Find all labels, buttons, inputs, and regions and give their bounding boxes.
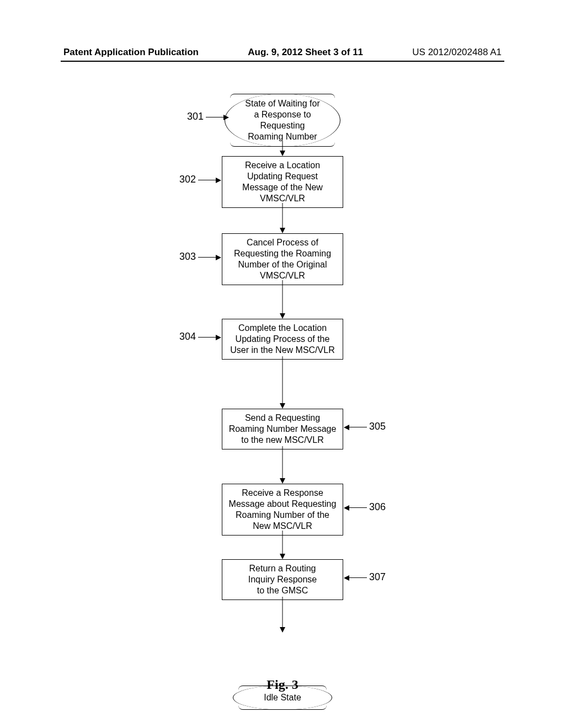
arrow-head-icon [280, 151, 285, 156]
flow-arrow [282, 597, 283, 627]
node-text: Cancel Process of Requesting the Roaming… [234, 238, 331, 280]
step-cancel-roaming-process: Cancel Process of Requesting the Roaming… [222, 233, 343, 285]
node-text: Receive a Response Message about Request… [229, 488, 337, 531]
step-receive-location-update: Receive a Location Updating Request Mess… [222, 156, 343, 208]
arrow-head-icon [280, 627, 285, 633]
node-text: State of Waiting for a Response to Reque… [245, 99, 319, 141]
arrow-head-icon [280, 228, 285, 233]
flow-arrow [282, 356, 283, 403]
ref-304: 304 [179, 330, 222, 343]
flow-arrow [282, 280, 283, 313]
header-pub-number: US 2012/0202488 A1 [412, 47, 502, 58]
page-header: Patent Application Publication Aug. 9, 2… [0, 47, 565, 58]
arrow-left-icon [345, 427, 367, 428]
flow-arrow [282, 446, 283, 478]
ref-303: 303 [179, 250, 222, 263]
arrow-head-icon [280, 313, 285, 319]
ref-302: 302 [179, 173, 222, 186]
arrow-right-icon [198, 180, 220, 181]
arrow-head-icon [280, 403, 285, 409]
step-complete-location-update: Complete the Location Updating Process o… [222, 319, 343, 360]
arrow-right-icon [206, 117, 228, 118]
node-text: Receive a Location Updating Request Mess… [242, 160, 323, 203]
node-text: Return a Routing Inquiry Response to the… [248, 564, 317, 595]
node-text: Idle State [264, 693, 301, 702]
arrow-right-icon [198, 337, 220, 338]
arrow-right-icon [198, 257, 220, 258]
figure-label: Fig. 3 [266, 677, 298, 692]
arrow-left-icon [345, 507, 367, 508]
ref-301: 301 [187, 110, 230, 123]
ref-305: 305 [343, 420, 386, 433]
arrow-left-icon [345, 577, 367, 579]
ref-307: 307 [343, 571, 386, 584]
header-publication: Patent Application Publication [63, 47, 199, 58]
step-send-roaming-request: Send a Requesting Roaming Number Message… [222, 409, 343, 449]
flow-arrow [282, 531, 283, 554]
flow-arrow [282, 203, 283, 228]
node-text: Send a Requesting Roaming Number Message… [229, 413, 337, 445]
ref-306: 306 [343, 501, 386, 513]
state-waiting-roaming: State of Waiting for a Response to Reque… [230, 94, 335, 147]
arrow-head-icon [280, 478, 285, 484]
arrow-head-icon [280, 554, 285, 559]
header-rule [61, 61, 504, 62]
step-return-routing-response: Return a Routing Inquiry Response to the… [222, 559, 343, 600]
step-receive-roaming-response: Receive a Response Message about Request… [222, 484, 343, 536]
node-text: Complete the Location Updating Process o… [230, 323, 334, 355]
header-date-sheet: Aug. 9, 2012 Sheet 3 of 11 [248, 47, 363, 58]
flowchart: State of Waiting for a Response to Reque… [117, 94, 448, 171]
flow-arrow [282, 141, 283, 151]
